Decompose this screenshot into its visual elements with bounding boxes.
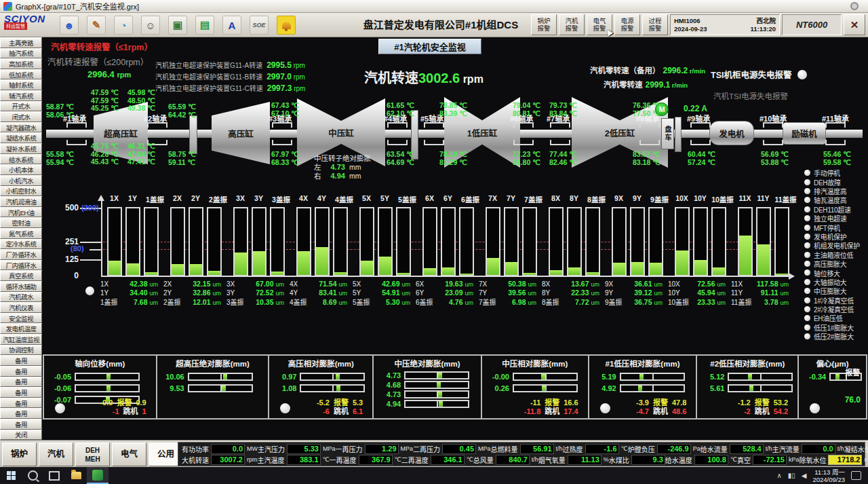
sidebar-item-17[interactable]: 汽机EH油 (0, 207, 42, 218)
font-icon[interactable]: A (222, 16, 241, 35)
readout-unit: um (465, 290, 473, 297)
start-button[interactable] (0, 467, 22, 484)
status-lamp-icon (804, 179, 810, 185)
bar-fill (145, 272, 157, 275)
sidebar-item-14[interactable]: 小机汽水 (0, 175, 42, 186)
sidebar-item-8[interactable]: 闭式水 (0, 111, 42, 122)
checklist-item-10: 主油箱液位低 (804, 250, 867, 259)
soe-icon[interactable]: SOE (250, 16, 269, 35)
screen-icon[interactable]: ▣ (168, 16, 187, 35)
nav-button-汽机[interactable]: 汽机 (39, 443, 73, 466)
search-icon[interactable] (22, 467, 43, 484)
gauge-bar (75, 373, 140, 381)
sidebar-item-26[interactable]: 汽机仪表 (0, 302, 42, 313)
sidebar-item-15[interactable]: 小机密封水 (0, 186, 42, 197)
sidebar-item-37[interactable]: 备用 (0, 419, 42, 430)
alarm-button-1[interactable]: 锅炉报警 (531, 14, 557, 35)
bearing-bracket-upper (387, 122, 408, 128)
bar-fill (631, 262, 644, 275)
sidebar-item-20[interactable]: 定冷水系统 (0, 239, 42, 250)
network-icon[interactable]: ▮▯ (788, 472, 795, 479)
bar-fill (334, 272, 347, 275)
panel-title: 超高压绝对膨胀(mm) (157, 358, 269, 369)
sidebar-item-38[interactable]: 关闭 (0, 430, 42, 441)
taskbar-clock[interactable]: 11:13 周一 2024/09/23 (812, 468, 845, 483)
bearing-temps-13: 78.85 ℃83.39 ℃ (439, 102, 467, 117)
sidebar-item-29[interactable]: 汽缸温度监视 (0, 334, 42, 345)
palette-icon[interactable]: ✎ (87, 16, 106, 35)
status-entry-二再温度: 二再温度346.1℃ (401, 455, 473, 465)
sidebar-item-2[interactable]: 抽汽系统 (0, 48, 42, 59)
status-entry-主汽压力: 主汽压力5.33MPa (258, 444, 336, 454)
sidebar-item-3[interactable]: 高加系统 (0, 58, 42, 69)
sidebar-item-13[interactable]: 小机本体 (0, 164, 42, 175)
readout-value: 39.56 (502, 288, 526, 297)
sidebar-item-10[interactable]: 凝结水系统 (0, 132, 42, 143)
sidebar-item-27[interactable]: 安全监视 (0, 313, 42, 324)
status-value: 56.91 (520, 444, 554, 454)
tray-expand-icon[interactable]: ∧ (776, 472, 781, 479)
sidebar-item-4[interactable]: 低加系统 (0, 69, 42, 80)
temp-value: 55.46 ℃ (823, 151, 851, 159)
bearing-bracket-upper (272, 122, 292, 128)
sidebar-item-21[interactable]: 厂外循环水 (0, 249, 42, 260)
sidebar-item-31[interactable]: 备用 (0, 355, 42, 366)
sidebar-item-7[interactable]: 开式水 (0, 101, 42, 112)
sidebar-item-34[interactable]: 备用 (0, 387, 42, 398)
vibration-bar-7盖振 (522, 207, 537, 276)
sidebar-item-18[interactable]: 密封油 (0, 217, 42, 228)
vibration-bar-2Y (189, 207, 203, 276)
sidebar-item-28[interactable]: 发电机温度 (0, 323, 42, 334)
sidebar-item-30[interactable]: 协调控制 (0, 345, 42, 356)
sidebar-item-9[interactable]: 凝汽器疏水 (0, 122, 42, 133)
sidebar-item-32[interactable]: 备用 (0, 366, 42, 377)
sidebar-item-6[interactable]: 辅汽系统 (0, 90, 42, 101)
volume-icon[interactable]: ◀ (802, 472, 807, 479)
alarm-button-5[interactable]: 过程报警 (642, 14, 668, 35)
nav-button-电气[interactable]: 电气 (112, 443, 146, 466)
window-control-icon[interactable] (850, 2, 859, 10)
close-button[interactable]: ✕ (844, 14, 865, 35)
users-icon[interactable]: ☻ (60, 16, 79, 35)
sidebar-item-5[interactable]: 轴封系统 (0, 79, 42, 90)
sidebar-item-1[interactable]: 主再旁路 (0, 37, 42, 48)
sidebar-item-11[interactable]: 凝补水系统 (0, 143, 42, 154)
sidebar-item-25[interactable]: 汽机疏水 (0, 292, 42, 303)
readout-unit: um (338, 290, 347, 297)
gauge-row: 5.12 (697, 371, 797, 382)
trend-icon[interactable]: ◔ (114, 16, 133, 35)
nav-button-锅炉[interactable]: 锅炉 (2, 443, 37, 466)
sidebar-item-33[interactable]: 备用 (0, 377, 42, 388)
sidebar-item-23[interactable]: 真空系统 (0, 270, 42, 281)
sidebar-item-22[interactable]: 厂内循环水 (0, 260, 42, 271)
sidebar-item-16[interactable]: 汽机润滑油 (0, 196, 42, 207)
vibration-bar-1Y (125, 207, 140, 276)
bar-label: 7Y (502, 194, 520, 204)
nav-button-DEHMEH[interactable]: DEHMEH (75, 443, 110, 466)
sidebar-item-36[interactable]: 备用 (0, 408, 42, 419)
sidebar-item-12[interactable]: 给水系统 (0, 154, 42, 165)
zero-speed-row-2: 汽机零转速2999.1 r/min (604, 79, 688, 90)
panel-title: #2低压相对膨胀(mm) (697, 358, 797, 369)
sidebar-item-24[interactable]: 循环水辅助 (0, 281, 42, 292)
bearing-bracket-lower (550, 140, 570, 145)
alarm-button-4[interactable]: 电源报警 (614, 14, 640, 35)
readout-unit: um (591, 290, 599, 297)
operator-icon[interactable]: ☺ (141, 16, 160, 35)
sidebar-item-35[interactable]: 备用 (0, 398, 42, 409)
hmi-info: HMI1006西北院 2024-09-2311:13:20 (670, 14, 780, 35)
readout-label: 4X (290, 280, 313, 288)
notification-icon[interactable] (851, 471, 861, 480)
g11-label: 汽机独立电超速保护装置G11-B转速 (155, 73, 262, 81)
sidebar-item-19[interactable]: 氮气系统 (0, 228, 42, 239)
bar-label: 5Y (376, 194, 394, 204)
file-explorer-icon[interactable] (65, 467, 87, 484)
y-axis-arrow-icon (98, 195, 104, 201)
panel-gauges: 5.125.61 (697, 371, 797, 394)
task-view-icon[interactable] (43, 467, 65, 484)
chart-indicator-lamp (85, 286, 94, 295)
status-entry-总燃料量: 总燃料量56.91t/h (491, 444, 563, 454)
alarm-button-2[interactable]: 汽机报警 (559, 14, 585, 35)
graphx-taskbar-icon[interactable] (87, 467, 108, 484)
cards-icon[interactable]: ▤ (195, 16, 214, 35)
